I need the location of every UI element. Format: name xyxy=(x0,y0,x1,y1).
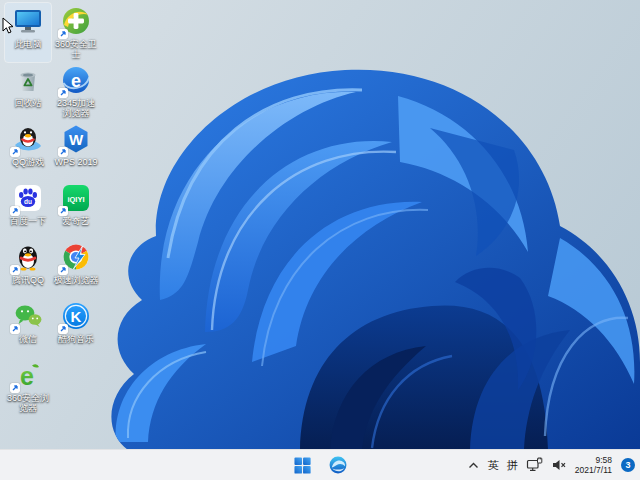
kugou-icon: K xyxy=(60,300,92,332)
speed-browser-icon xyxy=(60,241,92,273)
desktop-icon-speed-browser[interactable]: 极速浏览器 xyxy=(53,239,99,298)
baidu-paw-icon: du xyxy=(12,182,44,214)
ime-mode-indicator[interactable]: 拼 xyxy=(507,458,518,473)
icon-label: 腾讯QQ xyxy=(12,275,44,285)
shortcut-arrow-icon xyxy=(10,324,20,334)
desktop-icon-this-pc[interactable]: 此电脑 xyxy=(5,3,51,62)
system-tray: 英 拼 9:58 2021/7/11 3 xyxy=(467,450,635,480)
icon-label: 百度一下 xyxy=(10,216,46,226)
desktop-icon-2345-browser[interactable]: e 2345加速浏览器 xyxy=(53,62,99,121)
recycle-bin-icon xyxy=(12,64,44,96)
icon-label: 此电脑 xyxy=(15,39,42,49)
ime-language-indicator[interactable]: 英 xyxy=(488,458,499,473)
wps-icon: W xyxy=(60,123,92,155)
desktop-icon-wps-2019[interactable]: W WPS 2019 xyxy=(53,121,99,180)
notification-count-badge[interactable]: 3 xyxy=(621,458,635,472)
desktop-icon-recycle-bin[interactable]: 回收站 xyxy=(5,62,51,121)
desktop-icon-grid: 此电脑 回收站 xyxy=(4,3,100,447)
desktop-icon-kugou-music[interactable]: K 酷狗音乐 xyxy=(53,298,99,357)
edge-icon xyxy=(328,455,348,475)
icon-label: 2345加速浏览器 xyxy=(53,98,99,118)
shortcut-arrow-icon xyxy=(10,206,20,216)
wechat-icon xyxy=(12,300,44,332)
clock[interactable]: 9:58 2021/7/11 xyxy=(575,455,612,475)
network-ethernet-icon[interactable] xyxy=(526,457,543,473)
desktop-icon-360-safety[interactable]: 360安全卫士 xyxy=(53,3,99,62)
desktop[interactable]: 此电脑 回收站 xyxy=(0,0,640,450)
this-pc-icon xyxy=(12,5,44,37)
shortcut-arrow-icon xyxy=(10,383,20,393)
windows-logo-icon xyxy=(294,457,311,474)
desktop-icon-iqiyi[interactable]: iQIYI 爱奇艺 xyxy=(53,180,99,239)
icon-label: WPS 2019 xyxy=(54,157,97,167)
2345-browser-icon: e xyxy=(60,64,92,96)
shortcut-arrow-icon xyxy=(10,147,20,157)
icon-label: 回收站 xyxy=(15,98,42,108)
taskbar: 英 拼 9:58 2021/7/11 3 xyxy=(0,449,640,480)
icon-label: QQ游戏 xyxy=(12,157,44,167)
desktop-icon-wechat[interactable]: 微信 xyxy=(5,298,51,357)
svg-text:iQIYI: iQIYI xyxy=(67,195,84,204)
shortcut-arrow-icon xyxy=(58,324,68,334)
svg-text:e: e xyxy=(20,362,34,390)
360-browser-icon: e xyxy=(12,359,44,391)
shortcut-arrow-icon xyxy=(58,147,68,157)
shortcut-arrow-icon xyxy=(58,88,68,98)
svg-text:du: du xyxy=(24,198,32,205)
icon-label: 爱奇艺 xyxy=(63,216,90,226)
volume-muted-icon[interactable] xyxy=(551,457,567,473)
iqiyi-icon: iQIYI xyxy=(60,182,92,214)
360-safety-icon xyxy=(60,5,92,37)
desktop-icon-qq-games[interactable]: QQ游戏 xyxy=(5,121,51,180)
svg-text:K: K xyxy=(71,308,82,325)
icon-label: 酷狗音乐 xyxy=(58,334,94,344)
icon-label: 极速浏览器 xyxy=(54,275,99,285)
edge-browser-button[interactable] xyxy=(325,452,351,478)
shortcut-arrow-icon xyxy=(58,265,68,275)
desktop-icon-360-browser[interactable]: e 360安全浏览器 xyxy=(5,357,51,416)
shortcut-arrow-icon xyxy=(58,29,68,39)
start-button[interactable] xyxy=(289,452,315,478)
svg-text:W: W xyxy=(69,131,84,148)
tencent-qq-icon xyxy=(12,241,44,273)
tray-chevron-up-icon[interactable] xyxy=(467,459,480,472)
icon-label: 360安全浏览器 xyxy=(5,393,51,413)
clock-time: 9:58 xyxy=(575,455,612,465)
desktop-icon-tencent-qq[interactable]: 腾讯QQ xyxy=(5,239,51,298)
qq-games-icon xyxy=(12,123,44,155)
shortcut-arrow-icon xyxy=(58,206,68,216)
icon-label: 微信 xyxy=(19,334,37,344)
clock-date: 2021/7/11 xyxy=(575,465,612,475)
shortcut-arrow-icon xyxy=(10,265,20,275)
desktop-icon-baidu[interactable]: du 百度一下 xyxy=(5,180,51,239)
taskbar-center-icons xyxy=(289,452,351,478)
icon-label: 360安全卫士 xyxy=(53,39,99,59)
